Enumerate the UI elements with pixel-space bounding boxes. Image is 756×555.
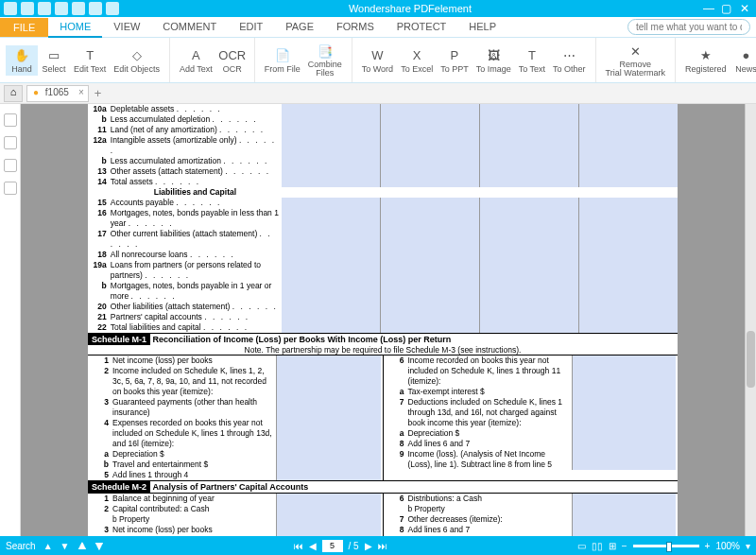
qat-undo-icon[interactable] [72, 2, 85, 15]
ocr-label: OCR [223, 65, 242, 74]
zoom-slider[interactable] [633, 545, 699, 547]
to-ppt-icon: P [446, 47, 463, 64]
maximize-icon[interactable]: ▢ [719, 2, 734, 15]
view-mode-2-icon[interactable]: ▯▯ [592, 541, 603, 551]
to-ppt-label: To PPT [440, 65, 469, 74]
menu-tab-home[interactable]: HOME [48, 17, 102, 38]
hand-label: Hand [11, 65, 32, 74]
view-mode-3-icon[interactable]: ⊞ [609, 541, 616, 551]
tab-close-icon[interactable]: × [78, 87, 84, 97]
qat-dropdown-icon[interactable] [106, 2, 119, 15]
to-text-button[interactable]: TTo Text [515, 45, 549, 76]
menu-tab-comment[interactable]: COMMENT [151, 17, 228, 38]
edit-text-label: Edit Text [74, 65, 106, 74]
to-text-label: To Text [519, 65, 545, 74]
add-tab-icon[interactable]: + [94, 86, 102, 100]
status-search-label[interactable]: Search [6, 541, 36, 551]
work-area: 10aDepletable assets bLess accumulated d… [0, 104, 756, 536]
qat-open-icon[interactable] [21, 2, 34, 15]
scroll-thumb[interactable] [747, 331, 755, 388]
view-mode-1-icon[interactable]: ▭ [577, 541, 586, 551]
combine-icon: 📑 [317, 43, 334, 60]
vertical-scrollbar[interactable] [745, 104, 756, 536]
to-word-button[interactable]: WTo Word [358, 45, 397, 76]
qat-redo-icon[interactable] [89, 2, 102, 15]
thumbnails-icon[interactable] [4, 113, 17, 127]
home-tab-icon[interactable]: ⌂ [4, 85, 23, 102]
hand-icon: ✋ [13, 47, 30, 64]
from-file-icon: 📄 [274, 47, 291, 64]
attachments-icon[interactable] [4, 159, 17, 172]
menu-tab-edit[interactable]: EDIT [228, 17, 274, 38]
menu-tab-protect[interactable]: PROTECT [386, 17, 458, 38]
document-canvas[interactable]: 10aDepletable assets bLess accumulated d… [21, 104, 745, 536]
document-tab[interactable]: f1065 × [26, 85, 89, 102]
zoom-dropdown-icon[interactable]: ▾ [746, 541, 750, 551]
registered-button[interactable]: ★Registered [681, 45, 730, 76]
collapse-down-icon[interactable]: ⯆ [94, 541, 104, 551]
document-tab-label: f1065 [45, 87, 69, 97]
add-text-icon: A [187, 47, 204, 64]
news-button[interactable]: ●News [730, 45, 756, 76]
to-image-icon: 🖼 [485, 47, 502, 64]
first-page-icon[interactable]: ⏮ [294, 541, 303, 551]
menu-bar: FILE HOMEVIEWCOMMENTEDITPAGEFORMSPROTECT… [0, 17, 756, 38]
status-bar: Search ▲ ▼ ⯅ ⯆ ⏮ ◀ / 5 ▶ ⏭ ▭ ▯▯ ⊞ − + 10… [0, 536, 756, 555]
next-result-icon[interactable]: ▼ [60, 541, 70, 551]
to-word-label: To Word [362, 65, 393, 74]
prev-result-icon[interactable]: ▲ [43, 541, 53, 551]
page-total: / 5 [349, 541, 359, 551]
qat-menu-icon[interactable] [4, 2, 17, 15]
ocr-button[interactable]: OCROCR [216, 45, 249, 76]
select-icon: ▭ [45, 47, 62, 64]
to-text-icon: T [524, 47, 541, 64]
search-input[interactable] [627, 19, 750, 35]
select-label: Select [42, 65, 65, 74]
side-panel [0, 104, 21, 536]
menu-tab-forms[interactable]: FORMS [325, 17, 386, 38]
to-image-button[interactable]: 🖼To Image [472, 45, 515, 76]
remove-watermark-label: Remove Trial Watermark [606, 61, 665, 78]
prev-page-icon[interactable]: ◀ [309, 541, 317, 551]
select-button[interactable]: ▭Select [38, 45, 70, 76]
to-ppt-button[interactable]: PTo PPT [437, 45, 472, 76]
collapse-up-icon[interactable]: ⯅ [77, 541, 87, 551]
edit-objects-label: Edit Objects [113, 65, 160, 74]
bookmarks-icon[interactable] [4, 136, 17, 149]
menu-tab-view[interactable]: VIEW [102, 17, 151, 38]
zoom-in-icon[interactable]: + [705, 541, 711, 551]
window-buttons: — ▢ ✕ [701, 2, 752, 15]
news-icon: ● [737, 47, 754, 64]
file-menu[interactable]: FILE [0, 18, 48, 37]
qat-print-icon[interactable] [55, 2, 68, 15]
page-input[interactable] [322, 540, 343, 552]
qat-save-icon[interactable] [38, 2, 51, 15]
menu-tab-help[interactable]: HELP [457, 17, 507, 38]
remove-watermark-icon: ✕ [627, 43, 644, 60]
close-icon[interactable]: ✕ [737, 2, 752, 15]
add-text-button[interactable]: AAdd Text [176, 45, 216, 76]
minimize-icon[interactable]: — [701, 2, 716, 15]
hand-button[interactable]: ✋Hand [6, 45, 38, 76]
tell-me-search[interactable] [627, 19, 750, 35]
quick-access-toolbar [4, 2, 119, 15]
search-panel-icon[interactable] [4, 182, 17, 195]
from-file-button[interactable]: 📄From File [261, 45, 304, 76]
ribbon: ✋Hand▭SelectTEdit Text◇Edit Objects AAdd… [0, 38, 756, 83]
menu-tab-page[interactable]: PAGE [274, 17, 325, 38]
combine-button[interactable]: 📑Combine Files [304, 41, 346, 79]
next-page-icon[interactable]: ▶ [365, 541, 372, 551]
edit-text-button[interactable]: TEdit Text [70, 45, 110, 76]
registered-label: Registered [685, 65, 727, 74]
edit-objects-button[interactable]: ◇Edit Objects [110, 45, 163, 76]
to-other-button[interactable]: ⋯To Other [549, 45, 590, 76]
add-text-label: Add Text [180, 65, 213, 74]
last-page-icon[interactable]: ⏭ [378, 541, 387, 551]
to-word-icon: W [369, 47, 386, 64]
edit-text-icon: T [81, 47, 98, 64]
document-tab-bar: ⌂ f1065 × + [0, 83, 756, 104]
zoom-out-icon[interactable]: − [622, 541, 627, 551]
to-excel-button[interactable]: XTo Excel [397, 45, 437, 76]
registered-icon: ★ [697, 47, 714, 64]
remove-watermark-button[interactable]: ✕Remove Trial Watermark [602, 41, 669, 79]
